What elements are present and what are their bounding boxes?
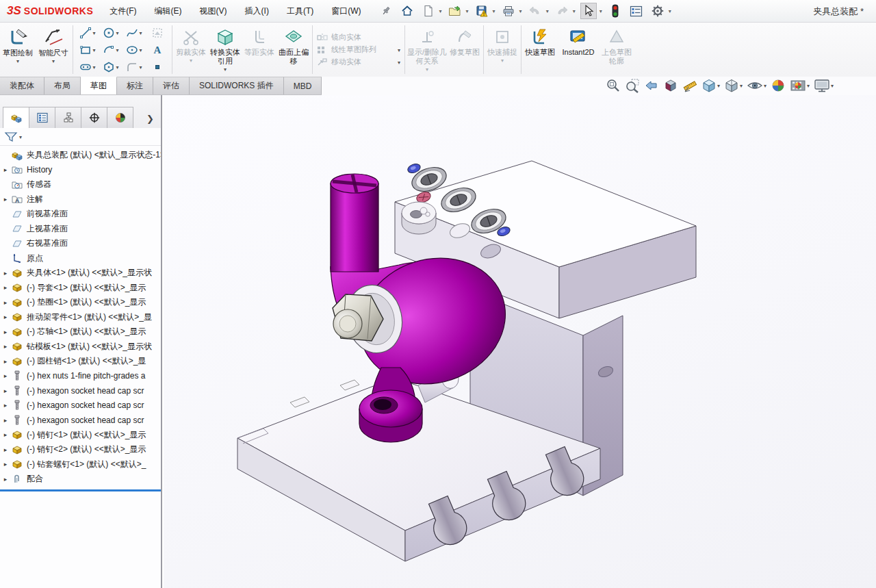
tree-item-front-plane[interactable]: 前视基准面 — [0, 207, 161, 222]
filter-funnel-icon[interactable] — [4, 131, 18, 143]
select-dropdown-caret[interactable]: ▾ — [600, 8, 602, 14]
tree-item-origin[interactable]: 原点 — [0, 251, 161, 266]
line-icon[interactable]: ▾ — [76, 24, 99, 41]
tree-item-component[interactable]: (-) 芯轴<1> (默认) <<默认>_显示 — [0, 324, 161, 340]
ellipse-icon[interactable]: ▾ — [123, 41, 146, 58]
options-list-icon[interactable] — [628, 3, 645, 19]
panel-expand-chevron[interactable]: ❯ — [146, 114, 159, 128]
dimxpert-manager-tab[interactable] — [81, 107, 107, 128]
measure-icon[interactable] — [682, 78, 697, 93]
tab-solidworks-addins[interactable]: SOLIDWORKS 插件 — [190, 77, 284, 94]
tab-annotation[interactable]: 标注 — [117, 77, 153, 94]
circle-icon[interactable]: ▾ — [99, 24, 123, 41]
tree-item-top-plane[interactable]: 上视基准面 — [0, 222, 161, 237]
rollback-bar[interactable] — [0, 489, 161, 491]
tree-item-component[interactable]: (-) 钻套螺钉<1> (默认) <<默认>_ — [0, 457, 161, 472]
sketch-button[interactable]: 草图绘制▾ — [0, 23, 36, 77]
redo-dropdown-caret[interactable]: ▾ — [573, 8, 576, 14]
select-arrow-icon[interactable] — [580, 3, 597, 19]
redo-icon[interactable] — [554, 3, 570, 19]
print-icon[interactable] — [500, 3, 517, 19]
filter-caret[interactable]: ▾ — [19, 135, 22, 140]
view-settings-icon[interactable]: ▾ — [814, 78, 834, 93]
menu-file[interactable]: 文件(F) — [110, 5, 136, 17]
edit-appearance-icon[interactable] — [771, 78, 786, 93]
tree-item-component[interactable]: (-) 导套<1> (默认) <<默认>_显示 — [0, 281, 161, 296]
tab-layout[interactable]: 布局 — [44, 77, 81, 94]
model-3d-view[interactable] — [164, 95, 876, 588]
repair-sketch-button[interactable]: 修复草图 — [448, 23, 482, 77]
configuration-manager-tab[interactable] — [55, 107, 81, 128]
shaded-sketch-contours-button[interactable]: 上色草图轮廓 — [600, 23, 634, 77]
tree-item-component[interactable]: 钻模板<1> (默认) <<默认>_显示状 — [0, 340, 161, 355]
slot-icon[interactable]: ▾ — [76, 58, 99, 75]
hide-show-items-icon[interactable]: ▾ — [747, 78, 766, 93]
tree-item-root[interactable]: 夹具总装配 (默认) <默认_显示状态-1> — [0, 148, 161, 163]
tab-assembly[interactable]: 装配体 — [0, 77, 44, 94]
fillet-icon[interactable]: ▾ — [123, 58, 146, 75]
text-icon[interactable]: A — [146, 41, 169, 58]
settings-gear-icon[interactable] — [649, 3, 666, 19]
new-dropdown-caret[interactable]: ▾ — [439, 8, 442, 14]
tree-item-fastener[interactable]: (-) hexagon socket head cap scr — [0, 383, 161, 398]
tree-item-component[interactable]: (-) 圆柱销<1> (默认) <<默认>_显 — [0, 354, 161, 369]
sketch-picture-icon[interactable] — [146, 24, 169, 41]
apply-scene-icon[interactable]: ▾ — [790, 78, 810, 93]
save-icon[interactable]: ! — [474, 3, 490, 19]
tree-item-fastener[interactable]: (-) hexagon socket head cap scr — [0, 413, 161, 428]
trim-entities-button[interactable]: 剪裁实体▾ — [174, 23, 208, 77]
smart-dimension-button[interactable]: 智能尺寸▾ — [36, 23, 71, 77]
save-dropdown-caret[interactable]: ▾ — [493, 8, 495, 14]
undo-icon[interactable] — [527, 3, 543, 19]
zoom-to-area-icon[interactable] — [625, 78, 640, 93]
rectangle-icon[interactable]: ▾ — [76, 41, 99, 58]
tree-item-component[interactable]: (-) 销钉<1> (默认) <<默认>_显示 — [0, 428, 161, 443]
tree-item-fastener[interactable]: (-) hexagon socket head cap scr — [0, 398, 161, 413]
tree-item-sensors[interactable]: 传感器 — [0, 177, 161, 192]
graphics-viewport[interactable] — [164, 95, 876, 588]
tab-evaluate[interactable]: 评估 — [153, 77, 190, 94]
arc-icon[interactable]: ▾ — [99, 41, 123, 58]
new-document-icon[interactable] — [420, 3, 437, 19]
tree-item-component[interactable]: 夹具体<1> (默认) <<默认>_显示状 — [0, 266, 161, 281]
display-style-icon[interactable]: ▾ — [724, 78, 743, 93]
pin-icon[interactable] — [378, 3, 394, 19]
surface-offset-button[interactable]: 曲面上偏移 — [276, 23, 311, 77]
view-orientation-icon[interactable]: ▾ — [701, 78, 720, 93]
menu-tools[interactable]: 工具(T) — [287, 5, 313, 17]
rapid-sketch-button[interactable]: 快速草图 — [523, 23, 557, 77]
convert-entities-button[interactable]: 转换实体引用▾ — [208, 23, 242, 77]
linear-sketch-pattern-button[interactable]: 线性草图阵列▾ — [317, 44, 400, 55]
undo-dropdown-caret[interactable]: ▾ — [546, 8, 549, 14]
tree-item-component[interactable]: 推动架零件<1> (默认) <<默认>_显 — [0, 310, 161, 325]
mirror-entities-button[interactable]: 镜向实体 — [317, 32, 400, 42]
tree-item-component[interactable]: (-) 销钉<2> (默认) <<默认>_显示 — [0, 442, 161, 457]
point-icon[interactable] — [146, 58, 169, 75]
tree-item-fastener[interactable]: (-) hex nuts 1-fine pitch-grades a — [0, 369, 161, 384]
tree-item-annotations[interactable]: A注解 — [0, 192, 161, 207]
menu-view[interactable]: 视图(V) — [200, 5, 227, 17]
print-dropdown-caret[interactable]: ▾ — [519, 8, 522, 14]
tab-sketch[interactable]: 草图 — [81, 77, 117, 94]
menu-edit[interactable]: 编辑(E) — [155, 5, 182, 17]
offset-entities-button[interactable]: 等距实体 — [242, 23, 276, 77]
tree-item-component[interactable]: (-) 垫圈<1> (默认) <<默认>_显示 — [0, 295, 161, 310]
polygon-icon[interactable]: ▾ — [99, 58, 123, 75]
feature-manager-tab[interactable] — [3, 107, 29, 128]
previous-view-icon[interactable] — [644, 78, 659, 93]
tab-mbd[interactable]: MBD — [284, 77, 322, 94]
open-dropdown-caret[interactable]: ▾ — [466, 8, 469, 14]
property-manager-tab[interactable] — [29, 107, 55, 128]
home-icon[interactable] — [399, 3, 415, 19]
quick-snaps-button[interactable]: 快速捕捉▾ — [485, 23, 519, 77]
tree-item-right-plane[interactable]: 右视基准面 — [0, 236, 161, 251]
display-delete-relations-button[interactable]: 显示/删除几何关系▾ — [407, 23, 448, 77]
menu-insert[interactable]: 插入(I) — [245, 5, 269, 17]
display-manager-tab[interactable] — [107, 107, 133, 128]
instant2d-button[interactable]: Instant2D — [557, 23, 600, 77]
section-view-icon[interactable] — [663, 78, 678, 93]
open-icon[interactable] — [447, 3, 463, 19]
menu-window[interactable]: 窗口(W) — [331, 5, 361, 17]
tree-item-mates[interactable]: 配合 — [0, 472, 161, 487]
settings-dropdown-caret[interactable]: ▾ — [669, 8, 671, 14]
